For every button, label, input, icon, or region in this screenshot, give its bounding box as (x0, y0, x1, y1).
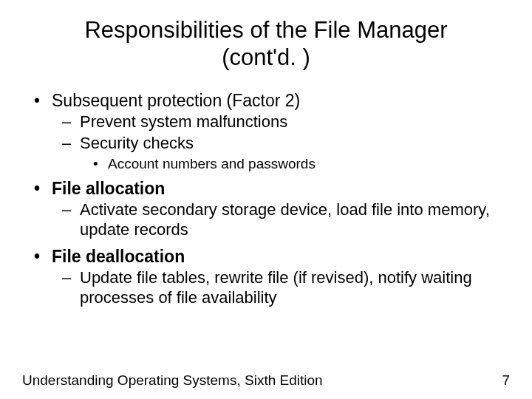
bullet-text: Subsequent protection (Factor 2) (52, 91, 300, 110)
bullet-level1: Subsequent protection (Factor 2) (22, 90, 510, 111)
bullet-text: File allocation (52, 179, 165, 198)
bullet-level3: Account numbers and passwords (22, 155, 510, 172)
slide-footer: Understanding Operating Systems, Sixth E… (22, 372, 510, 389)
slide: Responsibilities of the File Manager (co… (0, 0, 532, 399)
slide-body: Subsequent protection (Factor 2) Prevent… (0, 78, 532, 307)
slide-title: Responsibilities of the File Manager (co… (0, 0, 532, 78)
footer-source: Understanding Operating Systems, Sixth E… (22, 372, 323, 389)
bullet-level1: File deallocation (22, 246, 510, 267)
title-line-2: (cont'd. ) (222, 44, 310, 70)
bullet-level2: Update file tables, rewrite file (if rev… (22, 268, 510, 308)
bullet-level2: Activate secondary storage device, load … (22, 200, 510, 240)
bullet-text: File deallocation (52, 247, 185, 266)
title-line-1: Responsibilities of the File Manager (84, 17, 447, 43)
footer-page-number: 7 (502, 372, 510, 389)
bullet-level2: Prevent system malfunctions (22, 112, 510, 132)
bullet-text: Prevent system malfunctions (80, 112, 287, 131)
bullet-level1: File allocation (22, 178, 510, 199)
bullet-text: Security checks (80, 134, 194, 152)
bullet-text: Account numbers and passwords (108, 156, 316, 171)
bullet-text: Update file tables, rewrite file (if rev… (80, 268, 472, 307)
bullet-level2: Security checks (22, 134, 510, 154)
bullet-text: Activate secondary storage device, load … (80, 200, 490, 239)
